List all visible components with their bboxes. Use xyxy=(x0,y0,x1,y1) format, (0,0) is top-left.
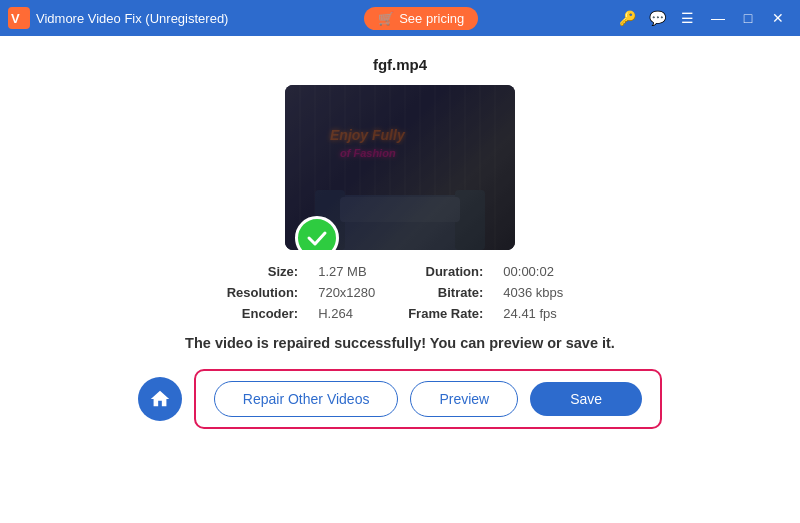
encoder-value: H.264 xyxy=(318,306,388,321)
resolution-label: Resolution: xyxy=(227,285,299,300)
key-icon-button[interactable]: 🔑 xyxy=(614,4,642,32)
encoder-label: Encoder: xyxy=(227,306,299,321)
bitrate-value: 4036 kbps xyxy=(503,285,573,300)
app-logo: V xyxy=(8,7,30,29)
see-pricing-button[interactable]: 🛒 See pricing xyxy=(364,7,478,30)
maximize-button[interactable]: □ xyxy=(734,4,762,32)
video-thumbnail-container: Enjoy Fully of Fashion xyxy=(285,85,515,250)
size-value: 1.27 MB xyxy=(318,264,388,279)
home-button[interactable] xyxy=(138,377,182,421)
success-message: The video is repaired successfully! You … xyxy=(185,335,615,351)
titlebar-controls: 🔑 💬 ☰ — □ ✕ xyxy=(614,4,792,32)
svg-rect-19 xyxy=(455,190,485,250)
bottom-action-bar: Repair Other Videos Preview Save xyxy=(40,369,760,429)
resolution-value: 720x1280 xyxy=(318,285,388,300)
action-buttons-box: Repair Other Videos Preview Save xyxy=(194,369,662,429)
svg-text:V: V xyxy=(11,11,20,26)
svg-text:Enjoy Fully: Enjoy Fully xyxy=(330,127,406,143)
svg-rect-20 xyxy=(340,197,460,222)
menu-icon-button[interactable]: ☰ xyxy=(674,4,702,32)
titlebar: V Vidmore Video Fix (Unregistered) 🛒 See… xyxy=(0,0,800,36)
cart-icon: 🛒 xyxy=(378,11,394,26)
titlebar-title: Vidmore Video Fix (Unregistered) xyxy=(36,11,228,26)
framerate-label: Frame Rate: xyxy=(408,306,483,321)
svg-text:of Fashion: of Fashion xyxy=(340,147,396,159)
checkmark-icon xyxy=(306,227,328,249)
repair-other-button[interactable]: Repair Other Videos xyxy=(214,381,399,417)
preview-button[interactable]: Preview xyxy=(410,381,518,417)
home-icon xyxy=(149,388,171,410)
file-name: fgf.mp4 xyxy=(373,56,427,73)
bitrate-label: Bitrate: xyxy=(408,285,483,300)
close-button[interactable]: ✕ xyxy=(764,4,792,32)
framerate-value: 24.41 fps xyxy=(503,306,573,321)
titlebar-left: V Vidmore Video Fix (Unregistered) xyxy=(8,7,228,29)
titlebar-center: 🛒 See pricing xyxy=(364,7,478,30)
chat-icon-button[interactable]: 💬 xyxy=(644,4,672,32)
save-button[interactable]: Save xyxy=(530,382,642,416)
duration-label: Duration: xyxy=(408,264,483,279)
size-label: Size: xyxy=(227,264,299,279)
main-content: fgf.mp4 xyxy=(0,36,800,523)
meta-info-grid: Size: 1.27 MB Duration: 00:00:02 Resolut… xyxy=(227,264,574,321)
duration-value: 00:00:02 xyxy=(503,264,573,279)
minimize-button[interactable]: — xyxy=(704,4,732,32)
